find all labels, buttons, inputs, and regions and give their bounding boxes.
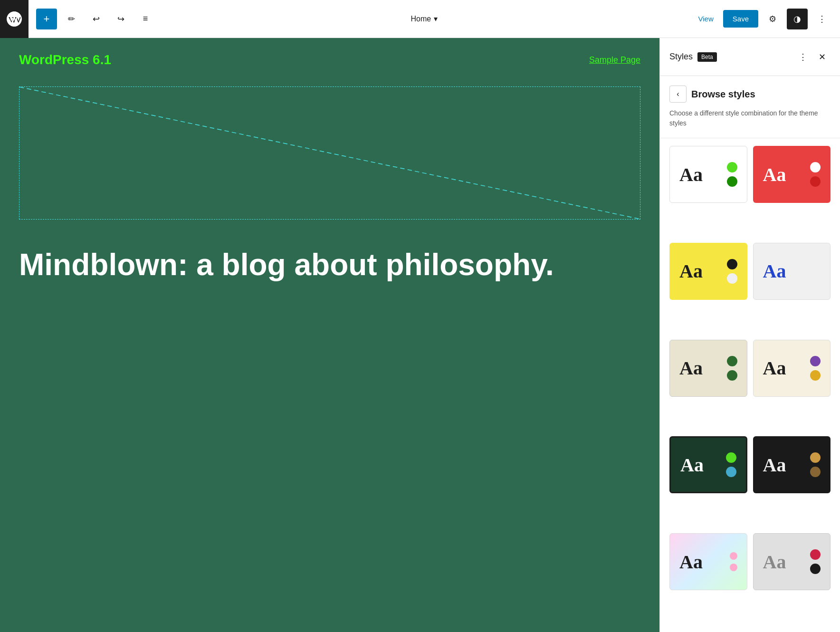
style-card-dots: [730, 552, 737, 571]
style-card-label: Aa: [680, 454, 704, 476]
more-icon: ⋮: [818, 14, 826, 24]
toolbar-center: Home ▾: [160, 10, 689, 27]
page-heading: Mindblown: a blog about philosophy.: [19, 248, 640, 281]
canvas-header: WordPress 6.1 Sample Page: [0, 38, 659, 77]
close-icon: ✕: [819, 52, 826, 62]
more-options-button[interactable]: ⋮: [811, 9, 832, 29]
add-block-button[interactable]: +: [36, 9, 57, 29]
browse-header: ‹ Browse styles: [669, 86, 830, 103]
site-title: WordPress 6.1: [19, 52, 111, 67]
style-card-dot1: [727, 259, 737, 269]
style-card-dots: [810, 549, 821, 574]
style-card-label: Aa: [679, 260, 703, 282]
panel-header-actions: ⋮ ✕: [794, 48, 830, 66]
redo-button[interactable]: ↪: [110, 9, 131, 29]
style-card-dot1: [810, 162, 821, 172]
style-card-dot1: [730, 552, 737, 560]
settings-button[interactable]: ⚙: [762, 9, 783, 29]
toolbar-right: View Save ⚙ ◑ ⋮: [693, 9, 832, 29]
style-card-dots: [726, 452, 736, 477]
style-card-label: Aa: [763, 260, 786, 282]
back-icon: ‹: [677, 90, 679, 98]
undo-icon: ↩: [93, 14, 100, 24]
undo-button[interactable]: ↩: [86, 9, 106, 29]
style-card-gradient[interactable]: Aa: [669, 533, 747, 590]
style-card-dots: [810, 356, 821, 381]
view-button[interactable]: View: [693, 11, 719, 27]
style-card-dot1: [810, 452, 821, 463]
style-card-dot2: [727, 176, 737, 187]
style-card-dark-brown[interactable]: Aa: [753, 436, 831, 493]
style-card-dot1: [727, 162, 737, 172]
redo-icon: ↪: [117, 14, 124, 24]
style-card-beige[interactable]: Aa: [669, 340, 747, 397]
style-card-dot2: [730, 564, 737, 571]
style-card-light-gray[interactable]: Aa: [753, 243, 831, 300]
style-card-dot2: [810, 370, 821, 381]
diagonal-line-svg: [19, 87, 640, 219]
contrast-button[interactable]: ◑: [787, 9, 808, 29]
style-card-dot1: [810, 549, 821, 560]
style-card-dot1: [727, 356, 737, 366]
list-view-button[interactable]: ≡: [135, 9, 156, 29]
style-card-dots: [727, 356, 737, 381]
back-button[interactable]: ‹: [669, 86, 687, 103]
style-card-dot2: [727, 273, 737, 284]
style-card-label: Aa: [679, 551, 703, 573]
style-card-dot1: [810, 356, 821, 366]
tools-button[interactable]: ✏: [61, 9, 82, 29]
svg-line-2: [19, 87, 640, 219]
style-card-dot1: [726, 452, 736, 463]
style-card-dot2: [810, 564, 821, 574]
list-icon: ≡: [143, 14, 148, 24]
style-card-dot2: [810, 467, 821, 477]
settings-icon: ⚙: [769, 14, 776, 24]
wp-logo: W: [0, 0, 29, 38]
style-card-cream[interactable]: Aa: [753, 340, 831, 397]
style-card-label: Aa: [763, 163, 786, 186]
style-card-dot2: [810, 176, 821, 187]
page-title-label: Home: [410, 15, 431, 23]
style-card-dot2: [727, 370, 737, 381]
style-card-dots: [727, 162, 737, 187]
panel-header: Styles Beta ⋮ ✕: [660, 38, 840, 76]
browse-description: Choose a different style combination for…: [669, 108, 830, 128]
style-card-label: Aa: [679, 163, 703, 186]
pencil-icon: ✏: [68, 14, 75, 24]
canvas-area: WordPress 6.1 Sample Page Mindblown: a b…: [0, 38, 659, 632]
style-card-label: Aa: [763, 551, 786, 573]
style-card-dark-green[interactable]: Aa: [669, 436, 747, 493]
browse-title: Browse styles: [691, 89, 755, 100]
style-card-label: Aa: [763, 454, 786, 476]
styles-panel: Styles Beta ⋮ ✕ ‹ Browse styles Choose a…: [659, 38, 840, 632]
canvas-text: Mindblown: a blog about philosophy.: [0, 229, 659, 281]
toolbar: W + ✏ ↩ ↪ ≡ Home ▾ View Save ⚙ ◑ ⋮: [0, 0, 840, 38]
main-area: WordPress 6.1 Sample Page Mindblown: a b…: [0, 38, 840, 632]
sample-page-link[interactable]: Sample Page: [589, 55, 640, 65]
contrast-icon: ◑: [793, 14, 801, 24]
save-button[interactable]: Save: [723, 10, 758, 28]
panel-more-button[interactable]: ⋮: [794, 48, 811, 66]
browse-section: ‹ Browse styles Choose a different style…: [660, 76, 840, 138]
style-card-dots: [810, 452, 821, 477]
page-title-button[interactable]: Home ▾: [405, 10, 443, 27]
style-grid: AaAaAaAaAaAaAaAaAaAa: [660, 138, 840, 632]
style-card-label: Aa: [679, 357, 703, 379]
style-card-yellow[interactable]: Aa: [669, 243, 747, 300]
panel-title: Styles: [669, 52, 693, 62]
beta-badge: Beta: [697, 52, 717, 62]
svg-text:W: W: [11, 15, 18, 23]
style-card-dots: [810, 162, 821, 187]
style-card-dot2: [726, 467, 736, 477]
style-card-white[interactable]: Aa: [669, 146, 747, 203]
style-card-dots: [727, 259, 737, 284]
chevron-down-icon: ▾: [434, 14, 438, 23]
style-card-label: Aa: [763, 357, 786, 379]
style-card-gray-light[interactable]: Aa: [753, 533, 831, 590]
more-vertical-icon: ⋮: [799, 52, 807, 62]
plus-icon: +: [44, 13, 50, 25]
panel-close-button[interactable]: ✕: [813, 48, 830, 66]
featured-image-block[interactable]: [19, 86, 640, 220]
style-card-red[interactable]: Aa: [753, 146, 831, 203]
